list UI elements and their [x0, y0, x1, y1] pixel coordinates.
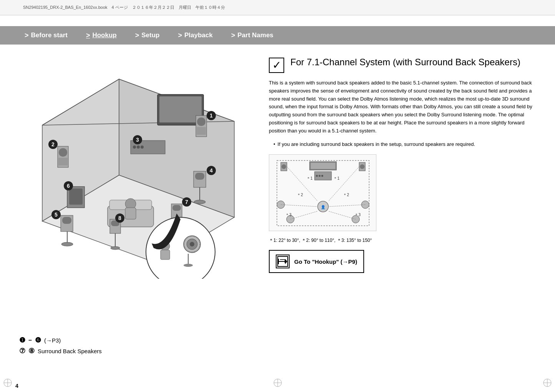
svg-rect-47 — [125, 208, 136, 219]
svg-rect-76 — [161, 250, 170, 260]
nav-item-hookup[interactable]: > Hookup — [77, 31, 126, 40]
svg-rect-25 — [159, 96, 202, 122]
nav-arrow-2: > — [86, 31, 90, 40]
small-positioning-diagram: 👤 ＊2 ＊2 ＊3 ＊3 ＊1 ＊1 — [269, 154, 376, 231]
svg-rect-85 — [311, 163, 335, 169]
svg-text:2: 2 — [51, 141, 55, 147]
page-number: 4 — [15, 383, 18, 389]
svg-text:＊2: ＊2 — [297, 193, 303, 197]
legend-surround-back: Surround Back Speakers — [38, 348, 102, 354]
nav-item-playback[interactable]: > Playback — [169, 31, 222, 40]
svg-text:👤: 👤 — [321, 205, 326, 210]
legend-dash: – — [28, 337, 32, 344]
nav-bar: > Before start > Hookup > Setup > Playba… — [0, 26, 555, 45]
goto-hookup-box[interactable]: Go To "Hookup" (→P9) — [269, 250, 364, 273]
svg-text:1: 1 — [210, 112, 213, 119]
corner-mark-bm — [273, 378, 282, 389]
right-panel: ✓ For 7.1-Channel System (with Surround … — [253, 45, 555, 377]
nav-item-setup[interactable]: > Setup — [126, 31, 169, 40]
file-info-bar: SN29402195_DRX-2_BAS_En_1602xx.book 4 ペー… — [0, 0, 555, 15]
svg-text:＊1: ＊1 — [306, 176, 313, 180]
left-panel: 1 2 6 4 — [0, 45, 253, 377]
nav-label-part-names: Part Names — [237, 31, 273, 39]
nav-item-part-names[interactable]: > Part Names — [222, 31, 283, 40]
svg-point-67 — [61, 242, 73, 246]
svg-point-87 — [316, 175, 318, 177]
svg-point-89 — [321, 175, 323, 177]
main-content: 1 2 6 4 — [0, 45, 555, 377]
svg-point-88 — [319, 175, 321, 177]
nav-label-playback: Playback — [184, 31, 213, 39]
legend-p3-ref: (→P3) — [44, 337, 61, 344]
diagram-legend: ❶ – ❻ (→P3) ⑦ ⑧ Surround Back Speakers — [19, 336, 102, 357]
corner-mark-br — [543, 378, 552, 389]
svg-point-81 — [184, 264, 193, 267]
svg-line-99 — [328, 205, 365, 207]
svg-rect-69 — [62, 217, 71, 224]
svg-rect-37 — [58, 158, 68, 165]
svg-text:6: 6 — [67, 183, 70, 189]
svg-text:3: 3 — [136, 137, 139, 143]
legend-num-6: ❻ — [35, 336, 41, 344]
nav-arrow-4: > — [178, 31, 182, 40]
file-info-text: SN29402195_DRX-2_BAS_En_1602xx.book 4 ペー… — [23, 5, 225, 10]
legend-num-8: ⑧ — [28, 347, 35, 355]
svg-text:＊1: ＊1 — [333, 176, 340, 180]
body-text-1: This is a system with surround back spea… — [269, 79, 540, 135]
nav-label-hookup: Hookup — [92, 31, 116, 39]
svg-rect-31 — [197, 117, 205, 126]
nav-label-before-start: Before start — [31, 31, 68, 39]
svg-point-27 — [133, 146, 136, 149]
svg-line-103 — [328, 211, 356, 219]
svg-text:4: 4 — [210, 167, 213, 174]
check-icon: ✓ — [269, 58, 284, 73]
nav-arrow-3: > — [135, 31, 139, 40]
svg-point-29 — [141, 146, 144, 149]
svg-line-97 — [281, 205, 318, 207]
goto-hookup-label: Go To "Hookup" (→P9) — [294, 258, 357, 265]
svg-rect-51 — [195, 173, 204, 180]
svg-text:＊2: ＊2 — [343, 193, 349, 197]
svg-point-49 — [194, 200, 205, 204]
legend-row-1: ❶ – ❻ (→P3) — [19, 336, 102, 344]
svg-rect-57 — [172, 205, 181, 211]
section-title-text: For 7.1-Channel System (with Surround Ba… — [290, 56, 520, 68]
svg-text:5: 5 — [55, 212, 58, 218]
svg-point-28 — [137, 146, 140, 149]
angle-note: ＊1: 22° to 30°, ＊2: 90° to 110°, ＊3: 135… — [269, 237, 540, 244]
svg-line-101 — [290, 211, 318, 219]
nav-item-before-start[interactable]: > Before start — [15, 31, 77, 40]
svg-rect-41 — [69, 189, 83, 205]
svg-point-61 — [111, 246, 120, 250]
legend-num-1: ❶ — [19, 336, 25, 344]
legend-num-7: ⑦ — [19, 347, 25, 355]
svg-text:＊3: ＊3 — [355, 213, 361, 217]
svg-rect-32 — [197, 127, 206, 135]
svg-text:＊3: ＊3 — [285, 213, 292, 217]
svg-point-93 — [360, 164, 364, 169]
svg-point-91 — [282, 164, 286, 169]
nav-arrow-1: > — [25, 31, 29, 40]
bullet-text-1: If you are including surround back speak… — [269, 141, 540, 149]
nav-label-setup: Setup — [141, 31, 159, 39]
room-diagram: 1 2 6 4 — [12, 56, 242, 279]
legend-row-2: ⑦ ⑧ Surround Back Speakers — [19, 347, 102, 355]
svg-point-79 — [190, 242, 194, 246]
nav-arrow-5: > — [231, 31, 235, 40]
goto-icon — [276, 255, 290, 268]
svg-rect-36 — [59, 148, 67, 157]
corner-mark-bl — [3, 378, 12, 389]
svg-text:8: 8 — [118, 215, 121, 221]
section-title: ✓ For 7.1-Channel System (with Surround … — [269, 56, 540, 73]
svg-text:7: 7 — [185, 199, 188, 205]
